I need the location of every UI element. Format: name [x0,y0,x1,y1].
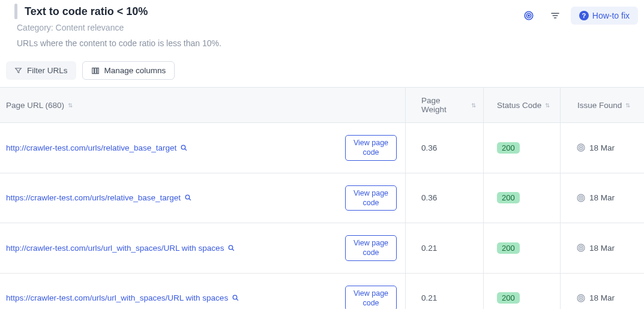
issue-found-cell: 18 Mar [561,123,644,173]
status-code-cell: 200 [484,223,561,273]
category-label: Category: Content relevance [17,23,518,32]
page-url-link[interactable]: http://crawler-test.com/urls/relative_ba… [6,143,188,152]
status-badge: 200 [497,192,520,203]
issue-found-cell: 18 Mar [561,173,644,223]
svg-line-15 [189,199,191,200]
view-page-code-button[interactable]: View page code [345,235,397,261]
url-text: https://crawler-test.com/urls/relative_b… [6,193,181,202]
view-page-code-button[interactable]: View page code [345,185,397,211]
issues-table: Page URL (680) ⇅ Page Weight ⇅ Status Co… [0,87,644,309]
page-title: Text to code ratio < 10% [25,5,148,18]
search-icon [232,294,239,302]
svg-point-2 [528,15,529,16]
issue-found-cell: 18 Mar [561,223,644,273]
status-code-cell: 200 [484,274,561,310]
status-code-cell: 200 [484,173,561,223]
target-icon [576,243,586,253]
page-weight-cell: 0.21 [406,223,484,273]
target-icon [576,193,586,203]
svg-line-25 [236,299,238,301]
svg-point-14 [185,195,190,199]
page-url-link[interactable]: https://crawler-test.com/urls/url_with_s… [6,293,239,302]
columns-icon [91,67,100,75]
svg-rect-8 [97,68,98,73]
col-header-status[interactable]: Status Code ⇅ [484,88,561,122]
manage-label: Manage columns [104,66,166,75]
sort-icon: ⇅ [471,102,476,109]
sort-icon: ⇅ [68,102,73,109]
howto-label: How-to fix [592,11,630,20]
svg-point-13 [580,147,582,148]
status-code-cell: 200 [484,123,561,173]
search-icon [180,144,188,152]
url-text: http://crawler-test.com/urls/relative_ba… [6,143,176,152]
view-page-code-button[interactable]: View page code [345,135,397,161]
page-weight-cell: 0.36 [406,173,484,223]
target-icon [576,293,586,303]
manage-columns-button[interactable]: Manage columns [82,61,175,80]
svg-point-28 [580,298,582,299]
status-badge: 200 [497,242,520,254]
issue-found-cell: 18 Mar [561,274,644,310]
table-row: http://crawler-test.com/urls/url_with_sp… [0,223,644,274]
howto-fix-button[interactable]: ? How-to fix [571,7,638,25]
description: URLs where the content to code ratio is … [17,38,518,48]
svg-rect-6 [92,68,94,73]
target-icon [576,143,586,152]
svg-point-9 [182,145,186,149]
status-badge: 200 [497,142,520,154]
sort-icon: ⇅ [545,102,550,109]
filter-label: Filter URLs [27,66,68,75]
target-icon [523,10,534,21]
url-text: https://crawler-test.com/urls/url_with_s… [6,293,228,302]
col-header-weight[interactable]: Page Weight ⇅ [406,88,484,122]
table-row: https://crawler-test.com/urls/relative_b… [0,173,644,224]
search-icon [227,244,235,252]
settings-action-button[interactable] [544,6,566,25]
sort-icon: ⇅ [625,102,630,109]
page-url-link[interactable]: http://crawler-test.com/urls/url_with_sp… [6,244,235,253]
filter-urls-button[interactable]: Filter URLs [6,61,76,80]
question-icon: ? [579,11,589,20]
svg-line-10 [185,149,187,151]
url-text: http://crawler-test.com/urls/url_with_sp… [6,244,224,253]
table-row: https://crawler-test.com/urls/url_with_s… [0,274,644,310]
col-header-url[interactable]: Page URL (680) ⇅ [0,88,406,122]
status-badge: 200 [497,292,520,304]
funnel-icon [14,67,22,74]
target-action-button[interactable] [518,6,540,25]
view-page-code-button[interactable]: View page code [345,286,397,310]
severity-indicator [14,4,17,19]
col-header-found[interactable]: Issue Found ⇅ [561,88,644,122]
filter-lines-icon [550,10,561,21]
svg-point-18 [580,197,582,199]
search-icon [184,194,192,202]
svg-line-20 [233,249,235,251]
svg-point-24 [233,295,237,299]
svg-point-23 [580,247,582,248]
svg-point-19 [229,245,233,250]
page-url-link[interactable]: https://crawler-test.com/urls/relative_b… [6,193,192,202]
table-row: http://crawler-test.com/urls/relative_ba… [0,123,644,173]
page-weight-cell: 0.21 [406,274,484,310]
svg-rect-7 [94,68,96,73]
page-weight-cell: 0.36 [406,123,484,173]
